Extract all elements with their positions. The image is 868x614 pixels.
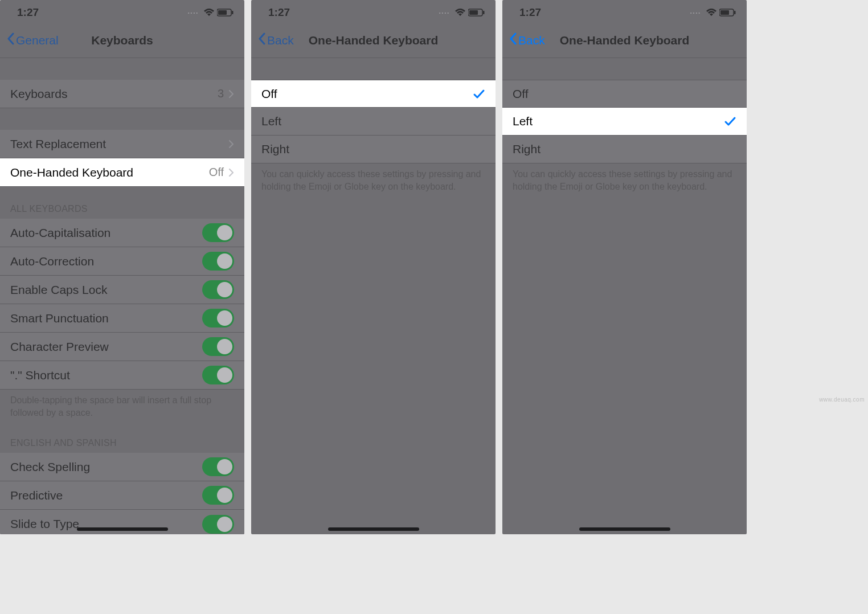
row-label: Character Preview: [10, 340, 109, 354]
status-right: ••••: [439, 9, 485, 17]
row-value: Off: [209, 166, 224, 179]
toggle-character-preview[interactable]: [202, 337, 234, 356]
section-header-all-keyboards: ALL KEYBOARDS: [0, 187, 244, 219]
option-label: Left: [261, 114, 281, 128]
battery-icon: [468, 9, 485, 17]
nav-back-button[interactable]: Back: [509, 32, 545, 48]
row-label: Check Spelling: [10, 460, 90, 474]
toggle-smart-punctuation[interactable]: [202, 309, 234, 328]
status-time: 1:27: [17, 6, 39, 19]
row-label: Auto-Capitalisation: [10, 226, 110, 240]
option-left[interactable]: Left: [502, 108, 747, 136]
home-indicator[interactable]: [328, 527, 419, 531]
row-label: Auto-Correction: [10, 255, 94, 268]
nav-back-label: Back: [267, 34, 294, 47]
toggle-check-spelling[interactable]: [202, 457, 234, 476]
home-indicator[interactable]: [77, 527, 168, 531]
row-label: Text Replacement: [10, 137, 106, 151]
cellular-dots-icon: ••••: [188, 10, 199, 15]
chevron-right-icon: [228, 140, 234, 149]
row-check-spelling: Check Spelling: [0, 453, 244, 481]
row-keyboards[interactable]: Keyboards 3: [0, 80, 244, 108]
chevron-right-icon: [228, 168, 234, 177]
row-label: Smart Punctuation: [10, 312, 109, 325]
toggle-shortcut[interactable]: [202, 366, 234, 384]
row-character-preview: Character Preview: [0, 333, 244, 361]
wifi-icon: [706, 9, 717, 17]
row-text-replacement[interactable]: Text Replacement: [0, 130, 244, 158]
chevron-left-icon: [258, 32, 266, 48]
row-shortcut: "." Shortcut: [0, 361, 244, 390]
svg-rect-2: [232, 11, 234, 14]
option-left[interactable]: Left: [251, 108, 496, 136]
row-label: Slide to Type: [10, 517, 79, 531]
row-predictive: Predictive: [0, 481, 244, 510]
section-footer-shortcut: Double-tapping the space bar will insert…: [0, 390, 244, 421]
row-auto-correction: Auto-Correction: [0, 247, 244, 276]
nav-bar: General Keyboards: [0, 23, 244, 58]
row-enable-caps-lock: Enable Caps Lock: [0, 276, 244, 304]
row-label: "." Shortcut: [10, 369, 70, 382]
option-label: Off: [513, 87, 529, 101]
option-label: Right: [261, 142, 289, 156]
row-one-handed-keyboard[interactable]: One-Handed Keyboard Off: [0, 158, 244, 187]
row-smart-punctuation: Smart Punctuation: [0, 304, 244, 333]
status-right: ••••: [188, 9, 234, 17]
svg-rect-8: [734, 11, 736, 14]
section-footer: You can quickly access these settings by…: [502, 163, 747, 195]
svg-rect-4: [469, 10, 478, 15]
row-label: Enable Caps Lock: [10, 283, 107, 297]
svg-rect-5: [483, 11, 485, 14]
nav-back-button[interactable]: General: [7, 32, 59, 48]
nav-back-label: General: [16, 34, 59, 47]
section-footer: You can quickly access these settings by…: [251, 163, 496, 195]
toggle-auto-capitalisation[interactable]: [202, 223, 234, 242]
chevron-left-icon: [509, 32, 517, 48]
option-label: Right: [513, 142, 541, 156]
nav-bar: Back One-Handed Keyboard: [502, 23, 747, 58]
svg-rect-1: [218, 10, 227, 15]
option-off[interactable]: Off: [251, 80, 496, 108]
option-label: Off: [261, 87, 277, 101]
svg-rect-7: [720, 10, 729, 15]
wifi-icon: [203, 9, 215, 17]
chevron-left-icon: [7, 32, 15, 48]
wifi-icon: [455, 9, 466, 17]
screen-keyboards: 1:27 •••• General Keyboards Keyboards 3 …: [0, 0, 244, 534]
status-bar: 1:27 ••••: [502, 0, 747, 23]
toggle-auto-correction[interactable]: [202, 252, 234, 271]
status-time: 1:27: [268, 6, 290, 19]
toggle-predictive[interactable]: [202, 486, 234, 505]
row-label: One-Handed Keyboard: [10, 166, 133, 179]
chevron-right-icon: [228, 89, 234, 99]
cellular-dots-icon: ••••: [690, 10, 701, 15]
option-off[interactable]: Off: [502, 80, 747, 108]
section-header-english-spanish: ENGLISH AND SPANISH: [0, 421, 244, 453]
option-right[interactable]: Right: [251, 136, 496, 163]
option-label: Left: [513, 114, 533, 128]
checkmark-icon: [724, 115, 736, 128]
checkmark-icon: [473, 88, 485, 100]
screen-one-handed-left: 1:27 •••• Back One-Handed Keyboard Off L…: [502, 0, 747, 534]
row-value: 3: [218, 87, 224, 100]
home-indicator[interactable]: [579, 527, 670, 531]
row-label: Predictive: [10, 489, 63, 502]
option-right[interactable]: Right: [502, 136, 747, 163]
screen-one-handed-off: 1:27 •••• Back One-Handed Keyboard Off L…: [251, 0, 496, 534]
nav-back-button[interactable]: Back: [258, 32, 294, 48]
cellular-dots-icon: ••••: [439, 10, 450, 15]
row-auto-capitalisation: Auto-Capitalisation: [0, 219, 244, 247]
nav-bar: Back One-Handed Keyboard: [251, 23, 496, 58]
status-time: 1:27: [519, 6, 541, 19]
status-bar: 1:27 ••••: [251, 0, 496, 23]
status-right: ••••: [690, 9, 736, 17]
toggle-slide-to-type[interactable]: [202, 515, 234, 534]
watermark: www.deuaq.com: [819, 396, 865, 403]
toggle-enable-caps-lock[interactable]: [202, 280, 234, 299]
battery-icon: [217, 9, 234, 17]
nav-back-label: Back: [518, 34, 545, 47]
row-label: Keyboards: [10, 87, 67, 101]
battery-icon: [719, 9, 736, 17]
status-bar: 1:27 ••••: [0, 0, 244, 23]
